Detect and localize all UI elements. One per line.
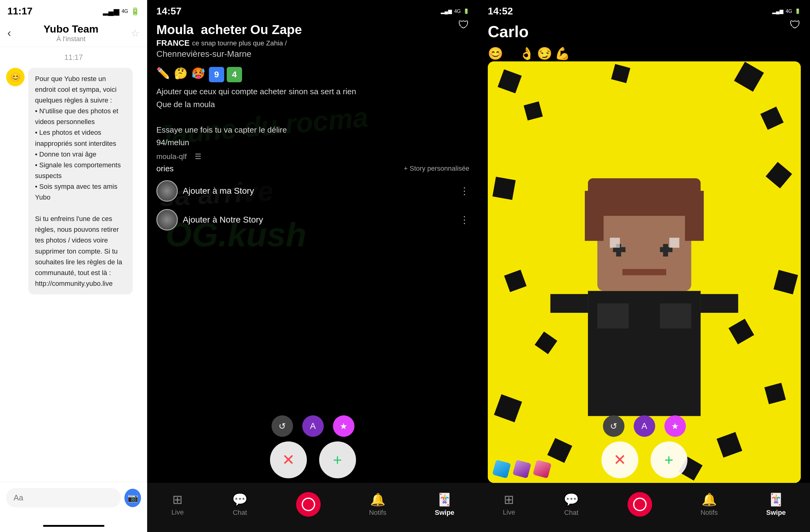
- message-row: 😊 Pour que Yubo reste un endroit cool et…: [6, 68, 141, 294]
- nav-live-p3[interactable]: ⊞ Live: [503, 493, 515, 516]
- status-icons-panel3: ▂▄▆ 4G 🔋: [772, 8, 801, 14]
- refresh-icon-btn-p3[interactable]: ↺: [603, 415, 625, 437]
- live-icon: ⊞: [172, 493, 183, 506]
- like-button-panel3[interactable]: +: [651, 442, 687, 478]
- back-button[interactable]: ‹: [7, 27, 11, 39]
- emoji-3: 👌: [519, 46, 534, 61]
- story-item-left-2: Ajouter à Notre Story: [156, 209, 263, 231]
- dismiss-button-panel3[interactable]: ✕: [601, 442, 638, 478]
- age-badge-1: 9: [209, 67, 224, 82]
- like-button[interactable]: +: [319, 442, 356, 478]
- star-button[interactable]: ☆: [131, 27, 140, 39]
- signal-icon: ▂▄▆: [103, 7, 119, 16]
- svg-rect-27: [610, 238, 620, 248]
- message-text: Pour que Yubo reste un endroit cool et s…: [35, 75, 122, 287]
- nav-swipe-p3[interactable]: 🃏 Swipe: [766, 493, 786, 517]
- story-more-1[interactable]: ⋮: [459, 185, 469, 197]
- story-more-2[interactable]: ⋮: [459, 214, 469, 226]
- live-label: Live: [172, 509, 184, 516]
- think-icon: 🤔: [174, 67, 188, 80]
- profile-header-panel2: Moula acheter Ou Zape FRANCE ce snap tou…: [147, 19, 479, 62]
- hot-icon: 🥵: [191, 67, 205, 80]
- plus-icon-p3: +: [664, 451, 673, 469]
- dismiss-button[interactable]: ✕: [270, 442, 307, 478]
- nav-live[interactable]: ⊞ Live: [172, 493, 184, 516]
- chat-icon-p3: 💬: [564, 493, 579, 507]
- battery-icon: 🔋: [131, 7, 140, 16]
- status-bar-panel1: 11:17 ▂▄▆ 4G 🔋: [0, 0, 147, 19]
- bio-line2: Que de la moula: [156, 100, 215, 109]
- stories-label: ories: [156, 164, 174, 173]
- svg-rect-31: [550, 294, 588, 313]
- nav-notifs-p3[interactable]: 🔔 Notifs: [700, 493, 717, 517]
- svg-rect-25: [663, 244, 668, 256]
- emoji-5: 💪: [555, 46, 570, 61]
- emoji-2: ☞: [506, 46, 517, 61]
- nav-swipe[interactable]: 🃏 Swipe: [435, 493, 454, 517]
- message-input[interactable]: [6, 488, 121, 508]
- battery-icon-p2: 🔋: [463, 8, 469, 14]
- swipe-icon-p3: 🃏: [768, 493, 783, 507]
- boost-icon-btn-p3[interactable]: A: [634, 415, 655, 437]
- bottom-nav-panel2: ⊞ Live 💬 Chat 🔔 Notifs 🃏 Swipe: [147, 483, 479, 532]
- profile-name-panel2: Moula acheter Ou Zape: [156, 22, 302, 37]
- profile-tagline: ce snap tourne plus que Zahia /: [192, 39, 287, 47]
- signal-icon-p2: ▂▄▆: [441, 8, 452, 14]
- home-indicator: [0, 520, 147, 532]
- nav-chat[interactable]: 💬 Chat: [232, 493, 247, 517]
- bottom-action-row-panel3: ✕ +: [479, 442, 810, 478]
- add-story-button[interactable]: + Story personnalisée: [404, 165, 469, 172]
- svg-rect-29: [597, 303, 629, 329]
- nav-record-p3[interactable]: [628, 492, 652, 517]
- header-center: Yubo Team À l'instant: [44, 23, 99, 43]
- story-name-1: Ajouter à ma Story: [183, 186, 254, 196]
- profile-city: Chennevières-sur-Marne: [156, 49, 469, 59]
- bio-text: Ajouter que ceux qui compte acheter sino…: [147, 82, 479, 152]
- pencil-icon: ✏️: [156, 67, 170, 80]
- report-icon-panel3[interactable]: 🛡: [790, 18, 801, 31]
- nav-record[interactable]: [296, 492, 321, 517]
- star-icon-btn-p3[interactable]: ★: [664, 415, 686, 437]
- status-bar-panel3: 14:52 ▂▄▆ 4G 🔋: [479, 0, 810, 19]
- x-icon: ✕: [282, 451, 295, 469]
- camera-button[interactable]: 📷: [125, 489, 141, 507]
- svg-rect-26: [622, 269, 666, 275]
- status-icons-panel1: ▂▄▆ 4G 🔋: [103, 7, 140, 16]
- nav-chat-p3[interactable]: 💬 Chat: [564, 493, 579, 517]
- boost-icon-btn[interactable]: A: [302, 415, 324, 437]
- bio-line1: Ajouter que ceux qui compte acheter sino…: [156, 87, 356, 96]
- star-icon-btn[interactable]: ★: [333, 415, 355, 437]
- report-icon[interactable]: 🛡: [458, 18, 469, 31]
- bio-line4: 94/melun: [156, 138, 189, 147]
- notifs-icon: 🔔: [370, 493, 386, 507]
- record-button-p3[interactable]: [628, 492, 652, 517]
- story-item-2: Ajouter à Notre Story ⋮: [147, 205, 479, 234]
- svg-rect-32: [701, 294, 738, 313]
- story-name-2: Ajouter à Notre Story: [183, 215, 263, 225]
- svg-rect-30: [660, 303, 691, 329]
- nav-notifs[interactable]: 🔔 Notifs: [369, 493, 386, 517]
- camera-icon: 📷: [128, 493, 138, 503]
- swipe-panel-moula: Jaune du rocma sa arrive OG.kush 14:57 ▂…: [147, 0, 479, 532]
- swipe-label-p3: Swipe: [766, 509, 786, 517]
- record-button[interactable]: [296, 492, 321, 517]
- swipe-label: Swipe: [435, 509, 454, 517]
- story-avatar-1: [156, 180, 178, 202]
- emoji-4: 😏: [537, 46, 552, 61]
- bottom-nav-panel3: ⊞ Live 💬 Chat 🔔 Notifs 🃏 Swipe: [479, 483, 810, 532]
- chat-header: ‹ Yubo Team À l'instant ☆: [0, 19, 147, 47]
- plus-icon: +: [333, 451, 342, 469]
- chat-icon: 💬: [232, 493, 247, 507]
- refresh-icon-btn[interactable]: ↺: [272, 415, 293, 437]
- messages-area: 😊 Pour que Yubo reste un endroit cool et…: [0, 68, 147, 482]
- input-area: 📷: [0, 482, 147, 520]
- signal-icon-p3: ▂▄▆: [772, 8, 783, 14]
- action-icon-row: ↺ A ★: [272, 415, 355, 437]
- profile-country: FRANCE: [156, 38, 190, 48]
- record-inner: [302, 498, 315, 511]
- notifs-icon-p3: 🔔: [701, 493, 717, 507]
- svg-rect-21: [685, 191, 704, 241]
- notifs-label: Notifs: [369, 509, 386, 517]
- message-bubble: Pour que Yubo reste un endroit cool et s…: [28, 68, 133, 294]
- story-item-1: Ajouter à ma Story ⋮: [147, 177, 479, 205]
